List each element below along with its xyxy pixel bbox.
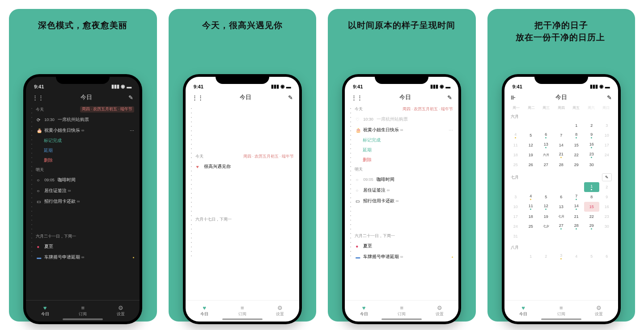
- menu-delete[interactable]: 删除: [26, 155, 140, 165]
- greeting-row[interactable]: ♥很高兴遇见你: [186, 161, 299, 172]
- headline: 今天，很高兴遇见你: [202, 20, 283, 32]
- heart-icon: ♥: [521, 305, 525, 311]
- tab-settings[interactable]: ⚙设置: [595, 305, 603, 317]
- more-icon[interactable]: ⋯: [449, 128, 453, 133]
- phone-frame: 9:41 ▮▮▮◉▬ ⋮⋮ 今日 ✎ 今天 周四 · 农历五月初五 · 端午节 …: [23, 74, 142, 324]
- card-icon: ▭: [356, 199, 360, 203]
- gear-icon: ⚙: [596, 305, 602, 311]
- phone-frame: 9:41▮▮▮◉▬ ⊪今日✎ 周一周二周三周四周五周六周日 六月 123 456…: [502, 74, 621, 324]
- app-screen: 9:41▮▮▮◉▬ ⋮⋮今日✎ 今天周四 · 农历五月初五 · 端午节 ♡10:…: [345, 77, 458, 322]
- edit-month-button[interactable]: ✎: [602, 173, 612, 181]
- edit-icon[interactable]: ✎: [288, 94, 293, 101]
- heart-icon: ♥: [196, 164, 201, 169]
- tab-settings[interactable]: ⚙设置: [436, 305, 444, 317]
- status-time: 9:41: [34, 84, 44, 89]
- menu-delete[interactable]: 删除: [345, 155, 458, 165]
- grid-icon[interactable]: ⋮⋮: [192, 94, 203, 101]
- tag-icon: ▬: [356, 255, 360, 259]
- edit-icon[interactable]: ✎: [128, 94, 133, 101]
- event-row[interactable]: ▭招行信用卡还款 ∞: [345, 196, 458, 206]
- event-row[interactable]: ▬车牌摇号申请延期 ∞▪: [345, 251, 458, 262]
- event-row[interactable]: ○09:05咖啡时间: [345, 174, 458, 185]
- today-section-head: 今天 周四 · 农历五月初五 · 端午节: [186, 104, 299, 161]
- menu-delay[interactable]: 延期: [26, 146, 140, 155]
- app-screen: 9:41▮▮▮◉▬ ⋮⋮今日✎ 今天 周四 · 农历五月初五 · 端午节 ♥很高…: [186, 77, 299, 322]
- headline: 以时间原本的样子呈现时间: [348, 20, 455, 32]
- signal-icon: ▮▮▮: [271, 84, 279, 89]
- calendar-grid-aug: 123456: [504, 251, 618, 261]
- calendar-grid-july: 12 3456789 10111213141516 171819七月212223…: [504, 182, 618, 241]
- event-row[interactable]: ●夏至: [26, 241, 140, 252]
- menu-delay[interactable]: 延期: [345, 145, 458, 155]
- event-row-done[interactable]: ♡10:30一席杭州站购票: [345, 114, 458, 125]
- event-row[interactable]: ○居住证签注 ∞: [345, 185, 458, 196]
- calendar-grid-june: 123 45678910 11121314151617 1819六月212223…: [504, 121, 618, 170]
- wifi-icon: ◉: [440, 84, 444, 89]
- status-right: ▮▮▮◉▬: [111, 84, 131, 89]
- signal-icon: ▮▮▮: [590, 84, 598, 89]
- event-row[interactable]: ▭招行信用卡还款 ∞: [26, 196, 140, 207]
- event-row-birthday[interactable]: 🎂 祝黄小姐生日快乐 ∞ ⋯: [26, 125, 140, 136]
- heart-icon: ♥: [203, 305, 206, 311]
- tab-settings[interactable]: ⚙设置: [117, 305, 125, 317]
- event-row[interactable]: ○居住证签注 ∞: [26, 185, 140, 196]
- tab-subs[interactable]: ≡订阅: [79, 305, 87, 317]
- event-row[interactable]: ○09:05咖啡时间: [26, 175, 140, 185]
- tag-icon: ▬: [37, 255, 41, 259]
- today-section-head: 今天周四 · 农历五月初五 · 端午节: [345, 104, 458, 114]
- menu-mark-done[interactable]: 标记完成: [26, 136, 140, 146]
- future-section-head: 六月二十一日，下周一: [345, 206, 458, 241]
- grid-icon[interactable]: ⋮⋮: [32, 94, 44, 101]
- future-section-head: 六月二十一日，下周一: [26, 207, 140, 241]
- event-row[interactable]: ●夏至: [345, 241, 458, 251]
- tab-subs[interactable]: ≡订阅: [557, 305, 565, 317]
- battery-icon: ▬: [286, 84, 291, 89]
- menu-mark-done[interactable]: 标记完成: [345, 135, 458, 145]
- list-icon: ≡: [241, 305, 244, 311]
- wifi-icon: ◉: [121, 84, 125, 89]
- promo-panel-dark: 深色模式，愈夜愈美丽 9:41 ▮▮▮◉▬ ⋮⋮ 今日 ✎ 今天 周四 · 农历…: [9, 9, 157, 322]
- gear-icon: ⚙: [118, 305, 123, 311]
- tomorrow-section-head: 明天: [26, 165, 140, 175]
- tomorrow-section-head: 明天: [345, 165, 458, 174]
- tab-today[interactable]: ♥今日: [200, 305, 208, 317]
- check-icon: ⟳: [37, 117, 41, 122]
- event-row[interactable]: ▬车牌摇号申请延期 ∞▪: [26, 252, 140, 263]
- today-section-head: 今天 周四 · 农历五月初五 · 端午节: [26, 104, 140, 114]
- drop-icon: ●: [37, 244, 41, 249]
- edit-icon[interactable]: ✎: [607, 94, 612, 101]
- event-row-birthday[interactable]: 🎂祝黄小姐生日快乐 ∞⋯: [345, 125, 458, 135]
- circle-icon: ○: [356, 177, 360, 182]
- home-indicator[interactable]: [63, 318, 103, 320]
- tab-subs[interactable]: ≡订阅: [398, 305, 406, 317]
- heart-icon: ♥: [43, 305, 47, 311]
- weekday-row: 周一周二周三周四周五周六周日: [504, 105, 618, 110]
- chart-icon[interactable]: ⊪: [511, 94, 516, 101]
- tab-subs[interactable]: ≡订阅: [238, 305, 246, 317]
- heart-icon: ♥: [362, 305, 366, 311]
- tab-today[interactable]: ♥今日: [519, 305, 527, 317]
- battery-icon: ▬: [127, 84, 131, 89]
- list-icon: ≡: [559, 305, 563, 311]
- card-icon: ▭: [37, 199, 41, 204]
- more-icon[interactable]: ⋯: [130, 128, 134, 133]
- phone-frame: 9:41▮▮▮◉▬ ⋮⋮今日✎ 今天 周四 · 农历五月初五 · 端午节 ♥很高…: [183, 74, 302, 324]
- circle-icon: ○: [356, 188, 360, 192]
- tab-settings[interactable]: ⚙设置: [276, 305, 284, 317]
- circle-icon: ○: [37, 188, 41, 193]
- app-screen: 9:41▮▮▮◉▬ ⊪今日✎ 周一周二周三周四周五周六周日 六月 123 456…: [504, 77, 618, 322]
- drop-icon: ●: [356, 244, 360, 248]
- gear-icon: ⚙: [277, 305, 283, 311]
- check-icon: ♡: [356, 117, 360, 121]
- event-row-done[interactable]: ⟳ 10:30 一席杭州站购票: [26, 114, 140, 125]
- battery-icon: ▬: [445, 84, 450, 89]
- gear-icon: ⚙: [437, 305, 442, 311]
- note-icon: ▪: [452, 255, 453, 259]
- edit-icon[interactable]: ✎: [447, 94, 452, 101]
- grid-icon[interactable]: ⋮⋮: [351, 94, 363, 101]
- list-icon: ≡: [81, 305, 85, 311]
- app-screen: 9:41 ▮▮▮◉▬ ⋮⋮ 今日 ✎ 今天 周四 · 农历五月初五 · 端午节 …: [26, 77, 140, 322]
- tab-today[interactable]: ♥今日: [360, 305, 368, 317]
- cake-icon: 🎂: [37, 128, 41, 133]
- tab-today[interactable]: ♥今日: [41, 305, 49, 317]
